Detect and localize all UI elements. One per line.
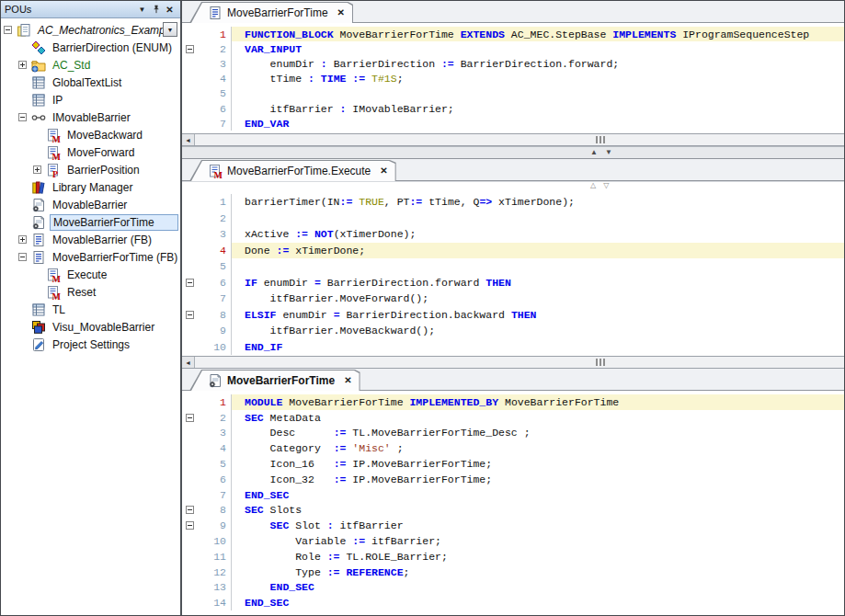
fold-collapse-icon[interactable] (186, 311, 194, 319)
tree-item-movebarrierfortime-fb[interactable]: MoveBarrierForTime (FB) (1, 248, 180, 266)
tree-item-project-settings[interactable]: Project Settings (1, 336, 180, 353)
splitter-arrows-icon[interactable]: ▲▼ (590, 148, 620, 156)
code-line[interactable]: 9 itfBarrier.MoveBackward(); (182, 323, 844, 339)
tree-item-barrierdirection-enum[interactable]: BarrierDirection (ENUM) (1, 39, 180, 56)
tree-item-ac-mechatronics-example[interactable]: AC_Mechatronics_Example▼ (1, 21, 180, 39)
code-line[interactable]: 8ELSIF enumDir = BarrierDirection.backwa… (182, 307, 844, 324)
tab-movebarrierfortime-execute[interactable]: M MoveBarrierForTime.Execute ✕ (189, 160, 396, 181)
tree-item-library-manager[interactable]: Library Manager (1, 178, 180, 196)
horizontal-scrollbar[interactable]: ◄ (182, 133, 844, 146)
code-line[interactable]: 12 Type := REFERENCE; (182, 565, 844, 580)
tree-item-execute[interactable]: MExecute (1, 266, 180, 283)
code-line[interactable]: 7END_VAR (182, 116, 844, 131)
code-line[interactable]: 1MODULE MoveBarrierForTime IMPLEMENTED_B… (182, 394, 844, 410)
module-icon (31, 198, 46, 212)
fold-collapse-icon[interactable] (186, 506, 194, 514)
pane-splitter[interactable]: ▲▼ (182, 146, 844, 159)
code-line[interactable]: 3 Desc := TL.MoveBarrierForTime_Desc ; (182, 426, 844, 441)
tree-item-ip[interactable]: IP (1, 91, 180, 108)
tree-item-movablebarrier[interactable]: MovableBarrier (1, 196, 180, 213)
line-number: 2 (200, 211, 232, 227)
tab-movebarrierfortime[interactable]: MoveBarrierForTime ✕ (189, 2, 353, 23)
code-line[interactable]: 2 (182, 211, 844, 227)
scrollbar-grip[interactable] (596, 136, 605, 143)
code-editor-execute[interactable]: 1barrierTimer(IN:= TRUE, PT:= tTime, Q=>… (182, 190, 844, 356)
code-line[interactable]: 6 itfBarrier : IMovableBarrier; (182, 101, 844, 116)
tab-movebarrierfortime-module[interactable]: MoveBarrierForTime ✕ (189, 370, 360, 391)
tree-item-reset[interactable]: MReset (1, 283, 180, 301)
panel-title: POUs (5, 4, 135, 15)
svg-text:M: M (52, 273, 62, 282)
fold-collapse-icon[interactable] (186, 414, 194, 422)
tree-item-barrierposition[interactable]: PBarrierPosition (1, 161, 180, 178)
horizontal-scrollbar[interactable]: ◄ (182, 356, 844, 369)
code-editor-declaration[interactable]: 1FUNCTION_BLOCK MoveBarrierForTime EXTEN… (182, 23, 844, 133)
tree-item-imovablebarrier[interactable]: IMovableBarrier (1, 108, 180, 126)
code-line[interactable]: 1barrierTimer(IN:= TRUE, PT:= tTime, Q=>… (182, 194, 844, 211)
code-line[interactable]: 4 tTime : TIME := T#1S; (182, 72, 844, 86)
code-line[interactable]: 13 END_SEC (182, 580, 844, 596)
code-line[interactable]: 6IF enumDir = BarrierDirection.forward T… (182, 275, 844, 291)
code-line[interactable]: 3xActive := NOT(xTimerDone); (182, 226, 844, 243)
code-line[interactable]: 1FUNCTION_BLOCK MoveBarrierForTime EXTEN… (182, 27, 844, 41)
tab-close-icon[interactable]: ✕ (337, 7, 345, 17)
tree-item-globaltextlist[interactable]: GlobalTextList (1, 74, 180, 91)
tree-item-movebarrierfortime[interactable]: MoveBarrierForTime (1, 213, 180, 231)
code-line-text: END_VAR (232, 116, 844, 131)
expand-icon[interactable] (18, 235, 27, 244)
splitter-arrows-icon[interactable]: △▽ (590, 181, 616, 189)
expand-icon[interactable] (18, 61, 27, 69)
collapse-icon[interactable] (18, 253, 27, 261)
code-editor-module[interactable]: 1MODULE MoveBarrierForTime IMPLEMENTED_B… (182, 391, 844, 615)
tree-item-visu-movablebarrier[interactable]: Visu_MovableBarrier (1, 318, 180, 336)
code-line[interactable]: 8SEC Slots (182, 503, 844, 519)
code-line[interactable]: 11 Role := TL.ROLE_Barrier; (182, 549, 844, 565)
tree-item-movablebarrier-fb[interactable]: MovableBarrier (FB) (1, 231, 180, 248)
textlist-icon (31, 75, 46, 90)
code-line[interactable]: 7 itfBarrier.MoveForward(); (182, 291, 844, 307)
fold-collapse-icon[interactable] (186, 521, 194, 530)
code-line[interactable]: 9 SEC Slot : itfBarrier (182, 518, 844, 533)
method-icon: M (208, 164, 223, 178)
enum-icon (31, 40, 46, 55)
scroll-left-icon[interactable]: ◄ (182, 357, 195, 368)
code-line[interactable]: 6 Icon_32 := IP.MoveBarrierForTime; (182, 472, 844, 487)
collapse-icon[interactable] (18, 113, 27, 121)
fold-collapse-icon[interactable] (186, 279, 194, 287)
tree-item-label: MoveBackward (64, 128, 145, 143)
line-number: 4 (200, 72, 232, 86)
root-dropdown-button[interactable]: ▼ (163, 22, 177, 37)
tree-item-movebackward[interactable]: MMoveBackward (1, 126, 180, 143)
tree-item-label: Reset (64, 285, 98, 300)
code-line[interactable]: 10 Variable := itfBarrier; (182, 533, 844, 549)
expand-icon[interactable] (33, 165, 41, 174)
pin-icon[interactable] (149, 3, 163, 16)
panel-close-icon[interactable]: ✕ (163, 3, 177, 16)
code-line[interactable]: 10END_IF (182, 339, 844, 356)
scrollbar-grip[interactable] (596, 359, 605, 366)
panel-dropdown-icon[interactable]: ▼ (135, 3, 149, 16)
fold-collapse-icon[interactable] (186, 45, 194, 53)
tree-item-ac-std[interactable]: AC_Std (1, 56, 180, 74)
code-line-text: Type := REFERENCE; (232, 565, 844, 580)
code-line[interactable]: 2VAR_INPUT (182, 41, 844, 56)
tab-close-icon[interactable]: ✕ (344, 375, 351, 385)
code-line[interactable]: 14END_SEC (182, 595, 844, 610)
code-line[interactable]: 5 Icon_16 := IP.MoveBarrierForTime; (182, 456, 844, 472)
code-line-text: END_IF (232, 339, 844, 356)
code-line[interactable]: 4 Category := 'Misc' ; (182, 440, 844, 456)
code-line[interactable]: 3 enumDir : BarrierDirection := BarrierD… (182, 56, 844, 71)
scroll-left-icon[interactable]: ◄ (182, 134, 195, 145)
code-line[interactable]: 7END_SEC (182, 487, 844, 503)
svg-text:M: M (52, 151, 62, 160)
code-line[interactable]: 5 (182, 258, 844, 275)
code-line[interactable]: 2SEC MetaData (182, 410, 844, 426)
tree-item-tl[interactable]: TL (1, 301, 180, 318)
collapse-icon[interactable] (4, 26, 12, 34)
code-line[interactable]: 4Done := xTimerDone; (182, 243, 844, 259)
code-line[interactable]: 5 (182, 86, 844, 101)
pane-splitter-collapsed[interactable]: △▽ (182, 181, 844, 190)
tab-close-icon[interactable]: ✕ (380, 165, 387, 176)
editor-pane-module: MoveBarrierForTime ✕ 1MODULE MoveBarrier… (182, 369, 844, 615)
tree-item-moveforward[interactable]: MMoveForward (1, 143, 180, 161)
